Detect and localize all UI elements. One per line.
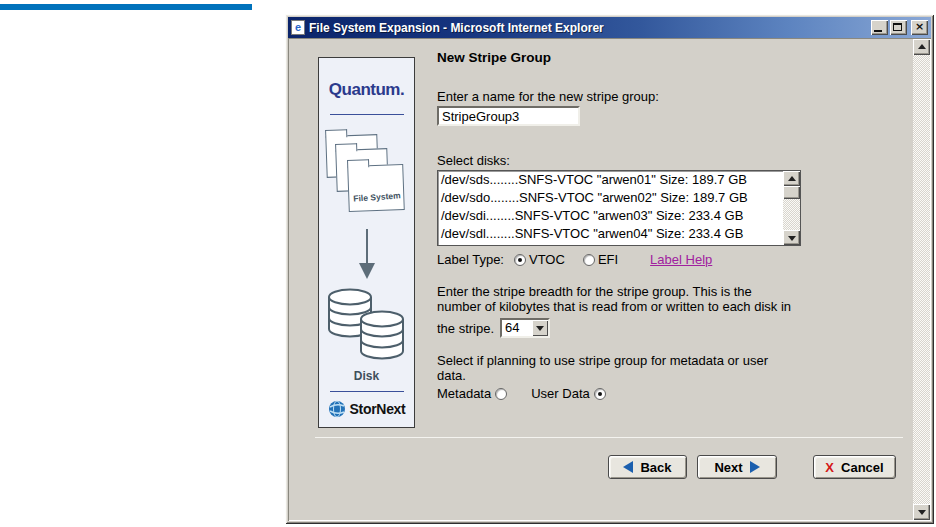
wizard-content: New Stripe Group Enter a name for the ne…: [437, 50, 909, 401]
list-scroll-thumb[interactable]: [783, 186, 800, 199]
sidebar-divider: [330, 391, 404, 392]
close-icon: ×: [911, 20, 928, 34]
file-system-icon: File System: [324, 125, 410, 225]
scroll-up-button[interactable]: [913, 39, 930, 55]
label-help-link[interactable]: Label Help: [650, 252, 712, 267]
stripe-breadth-select[interactable]: 64: [500, 318, 550, 338]
disk-stack-icon: [325, 283, 409, 367]
disk-list-item[interactable]: /dev/sdo........SNFS-VTOC "arwen02" Size…: [439, 189, 782, 207]
next-button-label: Next: [714, 460, 742, 475]
window-scrollbar[interactable]: [913, 39, 930, 520]
usage-text-line: data.: [437, 368, 909, 383]
list-scroll-down-button[interactable]: [783, 230, 800, 245]
list-scroll-up-button[interactable]: [783, 171, 800, 186]
client-area: Quantum. File System: [288, 38, 931, 521]
scroll-down-icon: [918, 510, 926, 515]
chevron-down-icon: [536, 326, 544, 331]
close-button[interactable]: ×: [911, 20, 928, 35]
cancel-button-label: Cancel: [841, 460, 884, 475]
disk-list-item[interactable]: /dev/sdi........SNFS-VTOC "arwen03" Size…: [439, 207, 782, 225]
userdata-radio[interactable]: [594, 388, 606, 400]
vtoc-label: VTOC: [529, 252, 565, 267]
window-controls: ×: [871, 20, 928, 35]
titlebar[interactable]: e File System Expansion - Microsoft Inte…: [288, 17, 931, 38]
disk-list[interactable]: /dev/sds........SNFS-VTOC "arwen01" Size…: [437, 170, 801, 246]
select-disks-label: Select disks:: [437, 153, 909, 168]
stripe-group-name-input[interactable]: [437, 106, 580, 126]
stornext-label: StorNext: [350, 401, 406, 417]
page-title: New Stripe Group: [437, 50, 909, 65]
minimize-button[interactable]: [871, 20, 888, 35]
disk-list-item[interactable]: /dev/sdl........SNFS-VTOC "arwen04" Size…: [439, 225, 782, 243]
back-button[interactable]: Back: [608, 455, 687, 479]
label-type-label: Label Type:: [437, 252, 504, 267]
flow-arrow-icon: [347, 229, 387, 281]
usage-radio-row: Metadata User Data: [437, 386, 909, 401]
userdata-label: User Data: [531, 386, 590, 401]
top-rule: [0, 4, 252, 10]
arrow-right-icon: [750, 461, 760, 473]
page-background: e File System Expansion - Microsoft Inte…: [0, 0, 936, 527]
stripe-breadth-text: Enter the stripe breadth for the stripe …: [437, 284, 909, 314]
ie-page-icon: e: [291, 20, 305, 35]
quantum-logo: Quantum.: [319, 80, 414, 100]
dropdown-button[interactable]: [532, 320, 548, 336]
window-title: File System Expansion - Microsoft Intern…: [309, 21, 871, 35]
next-button[interactable]: Next: [697, 455, 777, 479]
cancel-button[interactable]: X Cancel: [813, 455, 896, 479]
vtoc-radio[interactable]: [514, 254, 526, 266]
disk-list-item[interactable]: /dev/sds........SNFS-VTOC "arwen01" Size…: [439, 171, 782, 189]
minimize-icon: [874, 30, 882, 32]
disk-list-scrollbar[interactable]: [783, 171, 800, 245]
stripe-breadth-row: the stripe. 64: [437, 318, 909, 338]
stornext-logo: StorNext: [319, 400, 414, 418]
stripe-breadth-text-line: number of kilobytes that is read from or…: [437, 299, 909, 314]
efi-radio[interactable]: [583, 254, 595, 266]
cancel-x-icon: X: [825, 460, 834, 475]
disk-list-rows: /dev/sds........SNFS-VTOC "arwen01" Size…: [439, 171, 782, 245]
maximize-icon: [893, 23, 902, 31]
sidebar-divider: [330, 114, 404, 115]
label-type-row: Label Type: VTOC EFI Label Help: [437, 252, 909, 267]
stripe-breadth-value: 64: [502, 320, 532, 336]
stornext-globe-icon: [328, 400, 346, 418]
scroll-up-icon: [918, 44, 926, 49]
footer-divider: [315, 437, 903, 438]
maximize-button[interactable]: [890, 20, 907, 35]
arrow-left-icon: [623, 461, 633, 473]
scroll-down-icon: [788, 236, 796, 241]
disk-label: Disk: [319, 369, 414, 383]
wizard-sidebar: Quantum. File System: [318, 57, 415, 428]
efi-label: EFI: [598, 252, 618, 267]
usage-text: Select if planning to use stripe group f…: [437, 353, 909, 383]
metadata-radio[interactable]: [495, 388, 507, 400]
scroll-down-button[interactable]: [913, 504, 930, 520]
scroll-up-icon: [788, 176, 796, 181]
ie-window: e File System Expansion - Microsoft Inte…: [285, 14, 934, 524]
name-prompt: Enter a name for the new stripe group:: [437, 89, 909, 104]
metadata-label: Metadata: [437, 386, 491, 401]
folder-front-icon: File System: [347, 164, 405, 212]
usage-text-line: Select if planning to use stripe group f…: [437, 353, 909, 368]
stripe-breadth-text-line: Enter the stripe breadth for the stripe …: [437, 284, 909, 299]
stripe-breadth-inline-label: the stripe.: [437, 321, 494, 336]
back-button-label: Back: [640, 460, 671, 475]
file-system-label: File System: [352, 190, 400, 203]
